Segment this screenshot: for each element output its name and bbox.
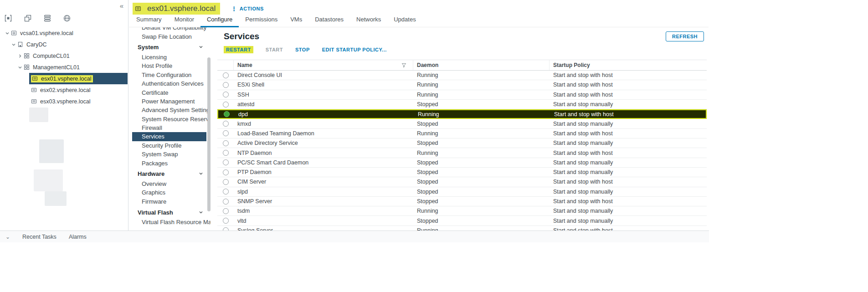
config-nav-item[interactable]: Host Profile — [132, 61, 211, 70]
config-nav-section-system[interactable]: System — [132, 42, 211, 53]
column-header-name[interactable]: Name — [234, 60, 413, 70]
row-radio[interactable] — [223, 179, 229, 185]
table-row[interactable]: PTP Daemon Stopped Start and stop manual… — [217, 168, 707, 177]
table-row[interactable]: attestd Stopped Start and stop manually — [217, 100, 707, 109]
chevron-down-icon[interactable] — [16, 65, 24, 70]
edit-startup-policy-button[interactable]: EDIT STARTUP POLICY... — [322, 47, 387, 52]
start-button[interactable]: START — [266, 47, 283, 52]
tab-summary[interactable]: Summary — [130, 13, 168, 27]
table-row[interactable]: SNMP Server Stopped Start and stop with … — [217, 197, 707, 206]
tab-datastores[interactable]: Datastores — [308, 13, 350, 27]
tree-item-cluster-management[interactable]: ManagementCL01 — [0, 61, 128, 73]
tab-configure[interactable]: Configure — [200, 13, 239, 27]
tab-permissions[interactable]: Permissions — [239, 13, 284, 27]
config-nav-item[interactable]: System Resource Reservati... — [132, 115, 211, 123]
actions-menu-button[interactable]: ⋮ ACTIONS — [231, 5, 264, 12]
row-radio[interactable] — [223, 140, 229, 146]
table-row[interactable]: ESXi Shell Running Start and stop with h… — [217, 80, 707, 90]
service-policy: Start and stop with host — [550, 227, 707, 231]
row-radio[interactable] — [223, 102, 229, 108]
vms-and-templates-icon[interactable] — [23, 14, 32, 23]
table-row[interactable]: CIM Server Stopped Start and stop with h… — [217, 177, 707, 187]
tab-vms[interactable]: VMs — [284, 13, 308, 27]
row-radio[interactable] — [223, 82, 229, 88]
scrollbar-thumb[interactable] — [207, 57, 211, 211]
collapse-tasks-icon[interactable]: ⌄ — [5, 234, 10, 240]
stop-button[interactable]: STOP — [295, 47, 310, 52]
row-radio[interactable] — [223, 92, 229, 97]
config-nav-item[interactable]: Authentication Services — [132, 79, 211, 88]
row-radio[interactable] — [223, 227, 229, 231]
config-nav-item[interactable]: Packages — [132, 159, 211, 167]
table-row[interactable]: Load-Based Teaming Daemon Running Start … — [217, 129, 707, 138]
row-radio[interactable] — [223, 150, 229, 156]
column-label: Startup Policy — [553, 62, 590, 68]
table-row[interactable]: tsdm Running Start and stop manually — [217, 206, 707, 216]
table-row[interactable]: vltd Stopped Start and stop manually — [217, 216, 707, 225]
row-radio[interactable] — [223, 130, 229, 136]
config-nav-section-virtual-flash[interactable]: Virtual Flash — [132, 207, 211, 218]
config-nav-item[interactable]: Swap File Location — [132, 32, 211, 41]
config-nav-item[interactable]: Graphics — [132, 188, 211, 197]
config-nav-item[interactable]: Firmware — [132, 197, 211, 206]
refresh-button[interactable]: REFRESH — [666, 31, 704, 41]
tree-item-host-esx02[interactable]: esx02.vsphere.local — [0, 84, 128, 96]
row-radio[interactable] — [223, 159, 229, 165]
networking-icon[interactable] — [62, 14, 72, 23]
table-row[interactable]: PC/SC Smart Card Daemon Stopped Start an… — [217, 158, 707, 168]
config-nav-item[interactable]: Time Configuration — [132, 71, 211, 79]
row-radio[interactable] — [223, 199, 229, 205]
tree-item-cluster-compute[interactable]: ComputeCL01 — [0, 50, 128, 61]
service-policy: Start and stop with host — [550, 92, 707, 98]
tree-item-host-esx01[interactable]: esx01.vsphere.local — [0, 73, 128, 84]
filter-icon[interactable] — [401, 63, 406, 68]
row-radio[interactable] — [223, 72, 229, 78]
row-radio[interactable] — [223, 189, 229, 195]
tree-item-host-esx03[interactable]: esx03.vsphere.local — [0, 96, 128, 107]
config-nav-item-services[interactable]: Services — [132, 132, 206, 141]
chevron-down-icon[interactable] — [4, 31, 11, 36]
alarms-toggle[interactable]: Alarms — [69, 234, 87, 240]
tree-item-vcenter[interactable]: vcsa01.vsphere.local — [0, 27, 128, 39]
table-row-selected[interactable]: dpd Running Start and stop with host — [217, 109, 707, 119]
row-radio[interactable] — [223, 218, 229, 224]
tab-monitor[interactable]: Monitor — [168, 13, 200, 27]
config-nav-item[interactable]: Firewall — [132, 123, 211, 132]
table-row[interactable]: kmxd Stopped Start and stop manually — [217, 119, 707, 128]
table-row[interactable]: SSH Running Start and stop with host — [217, 90, 707, 100]
config-nav-item[interactable]: System Swap — [132, 150, 211, 159]
row-radio-selected[interactable] — [224, 111, 230, 117]
row-radio[interactable] — [223, 208, 229, 214]
config-nav-section-hardware[interactable]: Hardware — [132, 169, 211, 179]
recent-tasks-toggle[interactable]: Recent Tasks — [22, 234, 56, 240]
config-nav-item[interactable]: Licensing — [132, 53, 211, 61]
config-nav-item[interactable]: Power Management — [132, 97, 211, 106]
chevron-down-icon[interactable] — [10, 42, 17, 47]
hosts-and-clusters-icon[interactable] — [4, 14, 13, 23]
vcenter-icon — [11, 30, 17, 36]
config-nav-item[interactable]: Virtual Flash Resource Man... — [132, 218, 211, 226]
collapse-sidebar-icon[interactable]: « — [120, 2, 123, 10]
tab-updates[interactable]: Updates — [387, 13, 422, 27]
config-nav-item[interactable]: Overview — [132, 179, 211, 188]
table-row[interactable]: slpd Stopped Start and stop manually — [217, 187, 707, 197]
tab-networks[interactable]: Networks — [350, 13, 387, 27]
service-daemon: Running — [413, 92, 550, 98]
chevron-right-icon[interactable] — [16, 54, 24, 58]
config-nav-item[interactable]: Default VM Compatibility — [132, 27, 211, 32]
table-row[interactable]: NTP Daemon Running Start and stop with h… — [217, 148, 707, 158]
row-radio[interactable] — [223, 121, 229, 127]
table-row[interactable]: Active Directory Service Stopped Start a… — [217, 138, 707, 148]
row-radio[interactable] — [223, 169, 229, 175]
config-nav-item[interactable]: Advanced System Settings — [132, 106, 211, 114]
column-header-startup-policy[interactable]: Startup Policy — [550, 60, 707, 70]
storage-icon[interactable] — [43, 14, 52, 23]
tree-item-datacenter[interactable]: CaryDC — [0, 39, 128, 50]
service-name: SSH — [234, 92, 413, 98]
table-row[interactable]: Syslog Server Running Start and stop wit… — [217, 226, 707, 231]
config-nav-item[interactable]: Certificate — [132, 88, 211, 97]
column-header-daemon[interactable]: Daemon — [413, 60, 550, 70]
config-nav-item[interactable]: Security Profile — [132, 141, 211, 150]
restart-button[interactable]: RESTART — [224, 46, 253, 53]
table-row[interactable]: Direct Console UI Running Start and stop… — [217, 71, 707, 80]
